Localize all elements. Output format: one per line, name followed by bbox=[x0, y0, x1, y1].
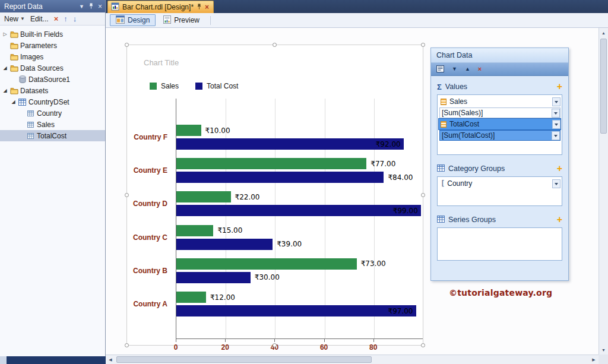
tree-item-label: Sales bbox=[37, 121, 55, 129]
value-axis-tick-label: 20 bbox=[221, 343, 229, 352]
chart-title-placeholder[interactable]: Chart Title bbox=[144, 58, 179, 67]
dropdown-icon[interactable] bbox=[552, 131, 560, 140]
pin-icon[interactable] bbox=[197, 3, 202, 11]
tree-item-sales[interactable]: Sales bbox=[0, 119, 105, 130]
pin-icon[interactable] bbox=[88, 3, 94, 10]
expander-expanded-icon[interactable]: ◢ bbox=[1, 65, 9, 71]
bar-value-label: ₹22.00 bbox=[235, 193, 260, 201]
properties-icon[interactable] bbox=[436, 65, 444, 74]
bar-sales-country-b[interactable] bbox=[176, 258, 357, 270]
expander-expanded-icon[interactable]: ◢ bbox=[1, 88, 9, 93]
bar-total-cost-country-d[interactable] bbox=[176, 205, 421, 216]
scroll-left-icon[interactable]: ◀ bbox=[106, 355, 115, 364]
chart-plot-area[interactable]: ₹10.00₹92.00₹77.00₹84.00₹22.00₹99.00₹15.… bbox=[176, 99, 423, 339]
tree-item-data-sources[interactable]: ◢Data Sources bbox=[0, 62, 105, 74]
tree-item-totalcost[interactable]: TotalCost bbox=[0, 130, 105, 141]
dropdown-icon[interactable] bbox=[552, 179, 560, 188]
tree-item-built-in-fields[interactable]: ▷Built-in Fields bbox=[0, 29, 105, 40]
move-down-icon[interactable]: ↓ bbox=[73, 14, 77, 23]
tab-preview[interactable]: Preview bbox=[157, 14, 205, 26]
vertical-scrollbar[interactable]: ▲ ▼ bbox=[598, 28, 608, 354]
chart-data-pane-header[interactable]: Chart Data bbox=[431, 48, 568, 63]
tab-design[interactable]: Design bbox=[110, 14, 156, 26]
category-axis-label: Country A bbox=[133, 300, 167, 308]
tree-item-label: CountryDSet bbox=[28, 98, 69, 106]
add-value-icon[interactable]: + bbox=[557, 82, 562, 91]
move-up-icon[interactable]: ↑ bbox=[64, 14, 68, 23]
axis-tick bbox=[225, 339, 226, 342]
add-category-icon[interactable]: + bbox=[557, 164, 562, 173]
bar-total-cost-country-e[interactable] bbox=[176, 172, 384, 183]
selection-handle[interactable] bbox=[421, 43, 425, 47]
bar-sales-country-c[interactable] bbox=[176, 225, 213, 236]
scrollbar-thumb[interactable] bbox=[600, 39, 607, 134]
dropdown-icon[interactable] bbox=[552, 120, 560, 129]
table-icon bbox=[17, 99, 27, 106]
watermark-text: ©tutorialgateway.org bbox=[449, 288, 552, 297]
selection-handle[interactable] bbox=[273, 343, 277, 347]
delete-icon[interactable]: × bbox=[478, 66, 482, 72]
values-section-header: Σ Values + bbox=[437, 81, 562, 93]
dropdown-icon[interactable] bbox=[552, 109, 560, 118]
tree-item-parameters[interactable]: Parameters bbox=[0, 40, 105, 51]
chart-legend[interactable]: SalesTotal Cost bbox=[150, 82, 238, 90]
legend-label: Total Cost bbox=[207, 82, 238, 90]
tree-item-countrydset[interactable]: ◢CountryDSet bbox=[0, 96, 105, 107]
bar-total-cost-country-c[interactable] bbox=[176, 239, 273, 250]
selection-handle[interactable] bbox=[125, 193, 129, 197]
scroll-up-icon[interactable]: ▲ bbox=[599, 28, 608, 37]
window-menu-icon[interactable]: ▼ bbox=[79, 4, 84, 10]
value-expression-label: [Sum(TotalCost)] bbox=[442, 131, 495, 140]
design-surface[interactable]: Chart Title SalesTotal Cost Country FCou… bbox=[106, 28, 598, 354]
bar-total-cost-country-f[interactable] bbox=[176, 138, 404, 150]
report-data-titlebar[interactable]: Report Data ▼ × bbox=[0, 0, 105, 12]
category-group-country[interactable]: [Country bbox=[439, 178, 560, 189]
bar-value-label: ₹97.00 bbox=[388, 307, 413, 315]
value-expression-totalcost[interactable]: [Sum(TotalCost)] bbox=[439, 130, 560, 141]
move-up-icon[interactable]: ▲ bbox=[465, 67, 470, 72]
tree-item-datasets[interactable]: ◢Datasets bbox=[0, 85, 105, 96]
expander-collapsed-icon[interactable]: ▷ bbox=[1, 31, 9, 37]
category-groups-icon bbox=[437, 164, 445, 173]
selection-handle[interactable] bbox=[125, 343, 129, 347]
bar-total-cost-country-b[interactable] bbox=[176, 272, 251, 283]
tree-item-images[interactable]: Images bbox=[0, 51, 105, 62]
expander-expanded-icon[interactable]: ◢ bbox=[10, 99, 17, 105]
selection-handle[interactable] bbox=[421, 343, 425, 347]
new-button[interactable]: New▼ bbox=[4, 15, 25, 23]
bar-sales-country-a[interactable] bbox=[176, 292, 206, 303]
tree-item-country[interactable]: Country bbox=[0, 107, 105, 119]
delete-icon[interactable]: × bbox=[54, 14, 59, 23]
scroll-down-icon[interactable]: ▼ bbox=[599, 345, 608, 354]
value-field-totalcost[interactable]: TotalCost bbox=[439, 119, 560, 129]
value-field-sales[interactable]: Sales bbox=[439, 96, 560, 107]
field-grip-icon bbox=[441, 99, 446, 105]
value-axis-tick-label: 0 bbox=[174, 343, 178, 352]
move-down-icon[interactable]: ▼ bbox=[452, 67, 457, 72]
series-groups-list[interactable] bbox=[437, 227, 562, 261]
selection-handle[interactable] bbox=[273, 43, 277, 47]
value-expression-sales[interactable]: [Sum(Sales)] bbox=[439, 107, 560, 118]
close-icon[interactable]: × bbox=[205, 4, 209, 11]
category-axis-labels: Country FCountry ECountry DCountry CCoun… bbox=[127, 99, 171, 339]
dropdown-icon[interactable] bbox=[552, 97, 560, 106]
close-icon[interactable]: × bbox=[98, 2, 102, 11]
scrollbar-thumb[interactable] bbox=[116, 356, 372, 363]
selection-handle[interactable] bbox=[125, 43, 129, 47]
bar-value-label: ₹73.00 bbox=[361, 259, 386, 268]
bar-total-cost-country-a[interactable] bbox=[176, 305, 416, 316]
bar-sales-country-e[interactable] bbox=[176, 158, 366, 169]
document-tab[interactable]: Bar Chart.rdl [Design]* × bbox=[107, 1, 214, 13]
bar-value-label: ₹77.00 bbox=[370, 160, 395, 168]
add-series-icon[interactable]: + bbox=[557, 215, 562, 224]
horizontal-scrollbar[interactable]: ◀ ▶ bbox=[106, 354, 598, 364]
bar-value-label: ₹92.00 bbox=[376, 140, 401, 148]
bar-sales-country-f[interactable] bbox=[176, 125, 201, 136]
scroll-right-icon[interactable]: ▶ bbox=[589, 355, 598, 364]
chart-report-item[interactable]: Chart Title SalesTotal Cost Country FCou… bbox=[126, 45, 423, 346]
tree-item-datasource1[interactable]: DataSource1 bbox=[0, 74, 105, 85]
selection-handle[interactable] bbox=[421, 193, 425, 197]
value-field-label: TotalCost bbox=[449, 120, 479, 128]
edit-button[interactable]: Edit... bbox=[30, 15, 49, 23]
bar-sales-country-d[interactable] bbox=[176, 191, 231, 202]
